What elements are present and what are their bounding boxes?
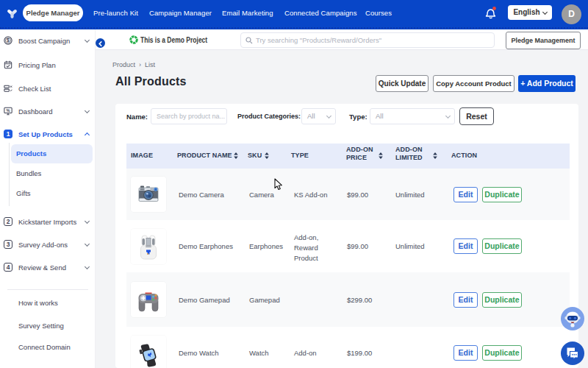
svg-text:%: %: [7, 108, 10, 113]
svg-text:$: $: [7, 38, 10, 43]
